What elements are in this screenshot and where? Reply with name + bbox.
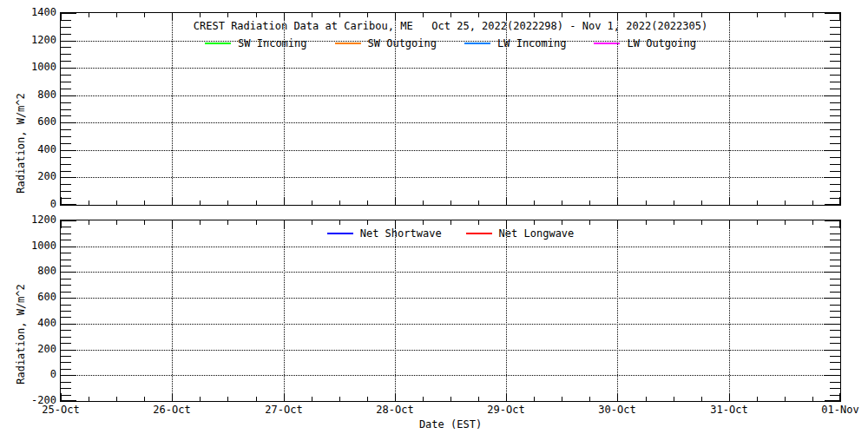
y-minor-tick [61,240,71,240]
x-minor-tick [312,397,312,401]
x-minor-tick [812,220,813,225]
x-minor-tick [534,13,535,17]
x-tick-label: 01-Nov [810,404,868,416]
x-minor-tick [478,13,479,17]
x-minor-tick [646,397,647,401]
y-minor-tick [830,89,840,89]
x-minor-tick [312,220,312,225]
y-minor-tick [61,82,71,82]
legend-item-lw-outgoing: LW Outgoing [594,37,695,49]
y-gridline [61,324,840,325]
y-minor-tick [61,317,71,318]
legend-item-sw-outgoing: SW Outgoing [335,37,437,49]
x-minor-tick [423,13,424,17]
y-minor-tick [830,362,840,363]
x-minor-tick [423,397,424,401]
y-minor-tick [830,54,840,55]
y-major-tick [61,13,76,14]
y-gridline [61,68,840,69]
y-minor-tick [61,266,71,266]
x-gridline [617,220,618,401]
x-gridline [506,13,507,205]
y-minor-tick [830,337,840,338]
x-minor-tick [812,201,813,205]
x-gridline [729,220,730,401]
y-minor-tick [61,227,71,227]
x-minor-tick [256,13,257,17]
x-minor-tick [116,397,117,401]
x-minor-tick [89,13,89,17]
y-minor-tick [830,279,840,279]
y-minor-tick [61,233,71,234]
x-minor-tick [757,220,758,225]
x-tick-label: 26-Oct [141,404,202,416]
x-minor-tick [367,397,368,401]
x-minor-tick [89,201,89,205]
y-minor-tick [61,388,71,389]
legend-item-net-longwave: Net Longwave [466,227,575,240]
x-minor-tick [450,201,451,205]
y-major-tick [61,400,76,401]
y-minor-tick [61,75,71,76]
x-minor-tick [589,397,590,401]
x-minor-tick [785,13,786,17]
y-minor-tick [830,27,840,28]
y-minor-tick [61,395,71,396]
y-minor-tick [830,171,840,172]
y-minor-tick [61,109,71,110]
y-minor-tick [61,115,71,116]
x-minor-tick [646,201,647,205]
y-minor-tick [830,285,840,286]
y-minor-tick [830,311,840,312]
x-minor-tick [339,13,340,17]
top-plot-axes: CREST Radiation Data at Caribou, ME Oct … [60,12,841,206]
legend-color-line-net-longwave [466,233,492,234]
legend-label-sw-incoming: SW Incoming [238,37,306,49]
x-minor-tick [674,201,674,205]
x-minor-tick [674,13,674,17]
y-minor-tick [61,61,71,62]
y-minor-tick [830,115,840,116]
y-minor-tick [61,292,71,293]
x-minor-tick [450,13,451,17]
y-major-tick [825,220,840,221]
x-minor-tick [478,220,479,225]
y-tick-label: 1200 [4,35,56,46]
y-minor-tick [830,266,840,266]
x-minor-tick [144,201,145,205]
x-minor-tick [562,201,562,205]
y-gridline [61,177,840,178]
y-tick-label: 600 [4,292,56,303]
y-minor-tick [61,129,71,130]
y-minor-tick [61,47,71,48]
x-minor-tick [144,397,145,401]
x-minor-tick [562,220,562,225]
radiation-chart-figure: CREST Radiation Data at Caribou, ME Oct … [0,0,868,434]
y-minor-tick [61,89,71,89]
x-minor-tick [227,220,228,225]
y-minor-tick [830,157,840,158]
legend-color-line-sw-incoming [205,43,231,44]
y-minor-tick [61,337,71,338]
y-gridline [61,272,840,273]
y-tick-label: 1200 [4,214,56,226]
y-tick-label: 1000 [4,62,56,73]
x-minor-tick [674,220,674,225]
x-minor-tick [534,220,535,225]
legend-color-line-net-shortwave [327,233,353,234]
y-tick-label: 800 [4,89,56,101]
y-minor-tick [61,171,71,172]
x-minor-tick [534,397,535,401]
x-minor-tick [812,13,813,17]
y-minor-tick [61,136,71,137]
y-tick-label: 400 [4,318,56,329]
y-gridline [61,41,840,42]
x-gridline [395,220,396,401]
y-minor-tick [830,47,840,48]
y-major-tick [825,13,840,14]
y-major-tick [825,204,840,205]
x-minor-tick [200,220,201,225]
y-gridline [61,95,840,96]
y-minor-tick [830,75,840,76]
x-minor-tick [589,13,590,17]
